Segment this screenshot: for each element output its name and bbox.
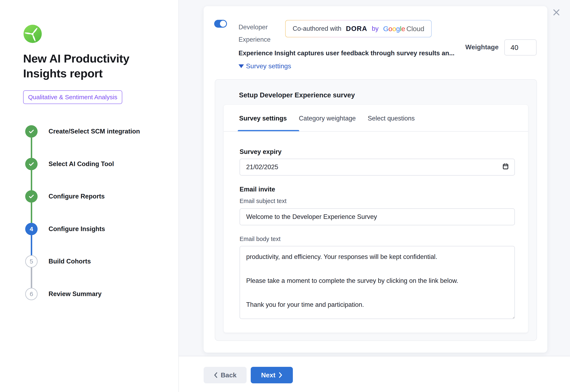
back-button-label: Back bbox=[221, 371, 237, 379]
wizard-sidebar: New AI Productivity Insights report Qual… bbox=[0, 0, 179, 392]
setup-survey-title: Setup Developer Experience survey bbox=[239, 91, 355, 99]
developer-experience-toggle[interactable] bbox=[214, 20, 227, 28]
step-select-ai-coding-tool[interactable]: Select AI Coding Tool bbox=[0, 158, 179, 170]
email-subject-input[interactable] bbox=[240, 208, 515, 225]
coauthored-badge: Co-authored with DORA by GoogleCloud bbox=[285, 20, 432, 37]
step-todo-circle: 6 bbox=[25, 288, 38, 300]
step-connector bbox=[31, 235, 32, 255]
next-button-label: Next bbox=[261, 371, 275, 379]
page-title-line2: Insights report bbox=[23, 66, 155, 81]
step-todo-circle: 5 bbox=[25, 255, 38, 267]
email-body-textarea[interactable]: productivity, and efficiency. Your respo… bbox=[240, 246, 515, 319]
survey-expiry-label: Survey expiry bbox=[240, 148, 281, 155]
google-cloud-logo: GoogleCloud bbox=[383, 25, 424, 33]
insight-name-line1: Developer bbox=[238, 21, 271, 33]
cloud-label: Cloud bbox=[407, 25, 424, 33]
insight-name-line2: Experience bbox=[238, 33, 271, 46]
tab-category-weightage[interactable]: Category weightage bbox=[299, 115, 356, 126]
step-done-circle bbox=[25, 158, 38, 170]
page: New AI Productivity Insights report Qual… bbox=[0, 0, 570, 392]
tab-survey-settings[interactable]: Survey settings bbox=[239, 115, 287, 126]
coauthored-badge-content: Co-authored with DORA by GoogleCloud bbox=[286, 20, 431, 37]
app-logo-icon bbox=[23, 24, 42, 43]
step-connector bbox=[31, 203, 32, 223]
tab-bar: Survey settings Category weightage Selec… bbox=[239, 115, 415, 126]
email-invite-label: Email invite bbox=[240, 186, 275, 193]
next-button[interactable]: Next bbox=[251, 367, 293, 383]
step-connector bbox=[31, 267, 32, 288]
chevron-right-icon bbox=[279, 372, 282, 378]
step-active-circle: 4 bbox=[25, 223, 38, 235]
email-subject-label: Email subject text bbox=[240, 198, 286, 204]
weightage-input[interactable] bbox=[504, 39, 537, 56]
step-build-cohorts[interactable]: 5 Build Cohorts bbox=[0, 255, 179, 267]
back-button[interactable]: Back bbox=[204, 367, 247, 383]
setup-survey-card: Setup Developer Experience survey Survey… bbox=[215, 79, 537, 341]
page-title-line1: New AI Productivity bbox=[23, 51, 155, 66]
step-label: Select AI Coding Tool bbox=[48, 160, 114, 168]
triangle-down-icon bbox=[238, 64, 244, 68]
step-configure-reports[interactable]: Configure Reports bbox=[0, 190, 179, 203]
configure-insights-panel: Developer Experience Co-authored with DO… bbox=[204, 6, 547, 353]
close-icon[interactable] bbox=[550, 6, 563, 19]
weightage-label: Weightage bbox=[465, 43, 500, 51]
survey-settings-link-label: Survey settings bbox=[246, 62, 291, 70]
analysis-type-badge: Qualitative & Sentiment Analysis bbox=[23, 90, 122, 104]
survey-expiry-input[interactable]: 21/02/2025 bbox=[240, 159, 515, 176]
survey-settings-collapse[interactable]: Survey settings bbox=[238, 62, 291, 70]
step-done-circle bbox=[25, 125, 38, 138]
toggle-knob bbox=[220, 21, 226, 27]
step-create-select-scm-integration[interactable]: Create/Select SCM integration bbox=[0, 125, 179, 138]
step-connector bbox=[31, 170, 32, 190]
chevron-left-icon bbox=[214, 372, 218, 378]
coauthor-by: by bbox=[372, 25, 379, 32]
step-label: Build Cohorts bbox=[48, 258, 91, 265]
step-label: Review Summary bbox=[48, 290, 102, 298]
insight-name: Developer Experience bbox=[238, 21, 271, 46]
calendar-icon[interactable] bbox=[502, 163, 509, 171]
tab-select-questions[interactable]: Select questions bbox=[368, 115, 415, 126]
coauthor-prefix: Co-authored with bbox=[293, 25, 341, 32]
email-body-label: Email body text bbox=[240, 236, 280, 242]
step-label: Configure Reports bbox=[48, 193, 105, 200]
dora-logo: DORA bbox=[346, 25, 367, 33]
step-done-circle bbox=[25, 190, 38, 203]
check-icon bbox=[28, 193, 35, 200]
step-configure-insights[interactable]: 4 Configure Insights bbox=[0, 223, 179, 235]
step-review-summary[interactable]: 6 Review Summary bbox=[0, 288, 179, 300]
survey-expiry-value: 21/02/2025 bbox=[246, 163, 278, 171]
check-icon bbox=[28, 128, 35, 135]
page-title: New AI Productivity Insights report bbox=[23, 51, 155, 81]
tab-divider bbox=[224, 131, 528, 132]
step-label: Configure Insights bbox=[48, 225, 105, 233]
check-icon bbox=[28, 161, 35, 167]
step-label: Create/Select SCM integration bbox=[48, 128, 140, 135]
survey-settings-card: Survey settings Category weightage Selec… bbox=[223, 105, 528, 333]
step-connector bbox=[31, 138, 32, 158]
insight-description: Experience Insight captures user feedbac… bbox=[238, 50, 474, 57]
